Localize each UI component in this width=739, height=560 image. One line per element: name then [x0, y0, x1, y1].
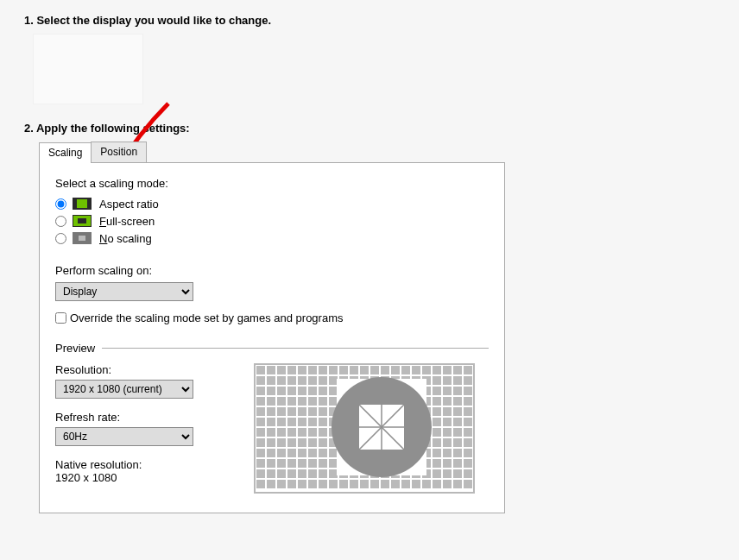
step2-heading: 2. Apply the following settings: — [24, 122, 722, 135]
no-scaling-icon — [72, 231, 92, 245]
display-selector-panel[interactable] — [33, 34, 143, 104]
refresh-rate-label: Refresh rate: — [55, 411, 202, 424]
refresh-rate-select[interactable]: 60Hz — [55, 427, 193, 446]
tab-position-label: Position — [100, 146, 137, 158]
resolution-label: Resolution: — [55, 363, 202, 376]
resolution-select[interactable]: 1920 x 1080 (current) — [55, 380, 193, 399]
svg-rect-4 — [78, 218, 86, 223]
perform-scaling-on-label: Perform scaling on: — [55, 264, 489, 277]
svg-rect-6 — [79, 236, 85, 241]
override-label: Override the scaling mode set by games a… — [70, 311, 344, 324]
scaling-mode-label: Select a scaling mode: — [55, 177, 489, 190]
tab-row: Scaling Position — [39, 142, 722, 162]
step1-heading: 1. Select the display you would like to … — [24, 14, 722, 27]
radio-no-scaling[interactable] — [55, 233, 66, 244]
settings-page: 1. Select the display you would like to … — [0, 0, 739, 531]
tab-position[interactable]: Position — [91, 142, 147, 162]
preview-divider — [102, 348, 489, 349]
radio-aspect-ratio-label: Aspect ratio — [99, 198, 159, 211]
native-resolution-label: Native resolution: — [55, 458, 202, 471]
radio-full-screen[interactable] — [55, 216, 66, 227]
radio-full-screen-label: Full-screen — [99, 215, 155, 228]
override-row[interactable]: Override the scaling mode set by games a… — [55, 311, 489, 324]
preview-image — [254, 363, 475, 494]
radio-row-aspect-ratio[interactable]: Aspect ratio — [55, 197, 489, 211]
native-resolution-value: 1920 x 1080 — [55, 471, 202, 484]
tab-scaling[interactable]: Scaling — [39, 142, 92, 163]
radio-row-full-screen[interactable]: Full-screen — [55, 214, 489, 228]
override-checkbox[interactable] — [55, 312, 66, 324]
preview-testpattern-icon — [256, 365, 473, 489]
radio-no-scaling-label: No scaling — [99, 232, 152, 245]
aspect-ratio-icon — [72, 197, 92, 211]
perform-scaling-on-select[interactable]: Display — [55, 282, 193, 301]
full-screen-icon — [72, 214, 92, 228]
tab-scaling-label: Scaling — [48, 147, 82, 159]
radio-row-no-scaling[interactable]: No scaling — [55, 231, 489, 245]
preview-title: Preview — [55, 342, 95, 355]
svg-rect-1 — [77, 199, 87, 208]
radio-aspect-ratio[interactable] — [55, 198, 66, 210]
scaling-tab-panel: Select a scaling mode: Aspect ratio Full… — [39, 162, 505, 513]
